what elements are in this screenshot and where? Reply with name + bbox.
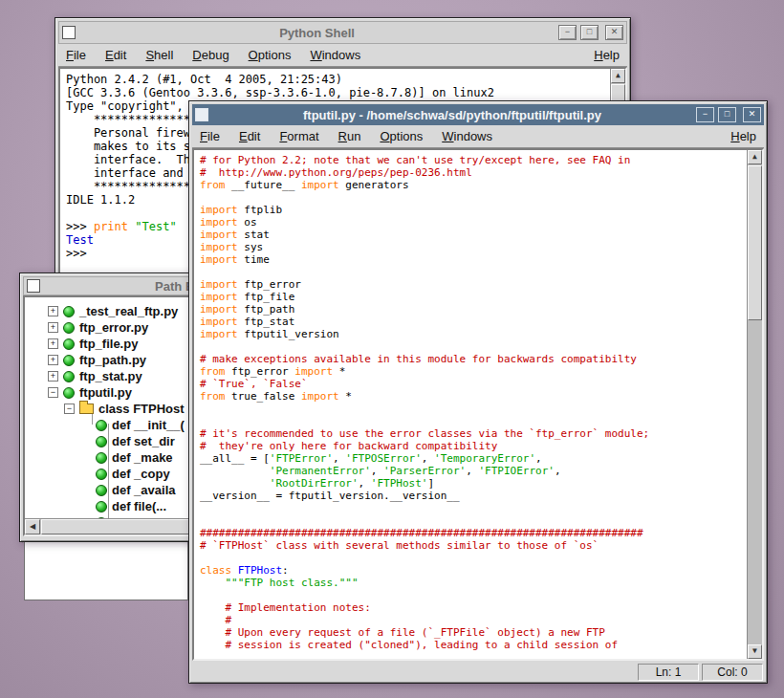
maximize-icon[interactable]: □ bbox=[580, 25, 599, 40]
text-line: """FTP host class.""" bbox=[200, 577, 748, 589]
text-line: # it's recommended to use the error clas… bbox=[200, 427, 748, 440]
tree-item-label: _test_real_ftp.py bbox=[79, 304, 178, 318]
menu-options[interactable]: Options bbox=[249, 48, 292, 62]
menu-run[interactable]: Run bbox=[338, 129, 361, 143]
text-line: from true_false import * bbox=[200, 390, 748, 403]
text-line: 'PermanentError', 'ParserError', 'FTPIOE… bbox=[200, 465, 748, 477]
menu-windows[interactable]: Windows bbox=[310, 48, 360, 62]
shell-window-title: Python Shell bbox=[79, 26, 555, 40]
python-file-icon bbox=[63, 306, 75, 317]
tree-item-label: def __init__( bbox=[112, 418, 185, 432]
menu-shell[interactable]: Shell bbox=[145, 48, 173, 62]
text-line: import ftp_path bbox=[200, 303, 748, 316]
expand-icon[interactable]: + bbox=[48, 371, 58, 382]
text-line bbox=[200, 514, 748, 527]
window-icon bbox=[27, 279, 40, 293]
text-line: __version__ = ftputil_version.__version_… bbox=[200, 490, 748, 502]
menu-edit[interactable]: Edit bbox=[239, 129, 260, 143]
text-line bbox=[200, 403, 748, 415]
tree-item-label: def file(... bbox=[112, 499, 166, 513]
text-line: # bbox=[200, 614, 748, 626]
text-line: import ftputil_version bbox=[200, 328, 748, 340]
tree-item-label: ftp_path.py bbox=[79, 353, 146, 367]
text-line: # `FTPHost` class with several methods s… bbox=[200, 539, 748, 552]
window-icon bbox=[195, 108, 208, 121]
shell-menubar: FileEditShellDebugOptionsWindowsHelp bbox=[58, 44, 627, 67]
menu-options[interactable]: Options bbox=[380, 129, 423, 143]
text-line: Python 2.4.2 (#1, Oct 4 2005, 21:25:43) bbox=[66, 73, 611, 86]
close-icon[interactable]: ✕ bbox=[605, 25, 623, 40]
editor-window: ftputil.py - /home/schwa/sd/python/ftput… bbox=[188, 100, 768, 684]
menu-edit[interactable]: Edit bbox=[105, 48, 126, 62]
text-line: ########################################… bbox=[200, 527, 748, 539]
tree-item-label: ftp_stat.py bbox=[79, 369, 142, 383]
menu-help[interactable]: Help bbox=[594, 48, 620, 62]
editor-text-area[interactable]: # for Python 2.2; note that we can't use… bbox=[192, 148, 764, 661]
python-file-icon bbox=[96, 501, 107, 513]
status-column-indicator: Col: 0 bbox=[702, 664, 763, 681]
text-line: # `True`, `False` bbox=[200, 378, 748, 390]
collapse-icon[interactable]: − bbox=[64, 404, 75, 414]
collapse-icon[interactable]: − bbox=[48, 387, 58, 398]
python-file-icon bbox=[96, 436, 107, 447]
python-file-icon bbox=[63, 355, 75, 366]
text-line bbox=[200, 191, 748, 204]
text-line: import time bbox=[200, 253, 748, 266]
text-line: # Implementation notes: bbox=[200, 601, 748, 614]
tree-item-label: ftputil.py bbox=[79, 385, 132, 400]
expand-icon[interactable]: + bbox=[48, 355, 58, 365]
python-file-icon bbox=[63, 322, 75, 334]
minimize-icon[interactable]: − bbox=[558, 25, 577, 40]
text-line bbox=[200, 340, 748, 353]
python-file-icon bbox=[63, 371, 75, 382]
text-line: # http://www.python.org/peps/pep-0236.ht… bbox=[200, 166, 748, 179]
text-line: import ftp_stat bbox=[200, 316, 748, 328]
scrollbar-thumb[interactable] bbox=[748, 165, 762, 320]
editor-titlebar[interactable]: ftputil.py - /home/schwa/sd/python/ftput… bbox=[192, 104, 764, 125]
menu-file[interactable]: File bbox=[66, 48, 86, 62]
python-file-icon bbox=[96, 485, 107, 496]
text-line: import ftp_error bbox=[200, 278, 748, 291]
text-line bbox=[200, 415, 748, 427]
window-icon bbox=[62, 26, 76, 39]
menu-debug[interactable]: Debug bbox=[192, 48, 229, 62]
text-line: [GCC 3.3.6 (Gentoo 3.3.6, ssp-3.3.6-1.0,… bbox=[66, 86, 611, 99]
text-line: # they're only here for backward compati… bbox=[200, 440, 748, 452]
tree-item-label: ftp_error.py bbox=[79, 320, 148, 335]
maximize-icon[interactable]: □ bbox=[718, 107, 736, 122]
tree-item-label: def set_dir bbox=[112, 434, 175, 448]
tree-item-label: def _availa bbox=[112, 483, 176, 497]
text-line: # session is created ("cloned"), leading… bbox=[200, 639, 748, 651]
scroll-up-icon[interactable]: ▲ bbox=[748, 150, 762, 164]
tree-item-label: ftp_file.py bbox=[79, 337, 138, 351]
editor-menubar: FileEditFormatRunOptionsWindowsHelp bbox=[192, 125, 764, 148]
editor-code: # for Python 2.2; note that we can't use… bbox=[194, 150, 748, 659]
minimize-icon[interactable]: − bbox=[696, 107, 714, 122]
text-line: from __future__ import generators bbox=[200, 179, 748, 191]
menu-windows[interactable]: Windows bbox=[442, 129, 492, 143]
shell-titlebar[interactable]: Python Shell − □ ✕ bbox=[58, 21, 627, 44]
tree-connector bbox=[108, 424, 109, 519]
status-line-indicator: Ln: 1 bbox=[638, 664, 699, 681]
editor-window-title: ftputil.py - /home/schwa/sd/python/ftput… bbox=[212, 108, 692, 122]
tree-item-label: def _copy bbox=[112, 467, 170, 481]
text-line: class FTPHost: bbox=[200, 564, 748, 577]
expand-icon[interactable]: + bbox=[48, 322, 58, 333]
menu-file[interactable]: File bbox=[200, 129, 220, 143]
scroll-left-icon[interactable]: ◀ bbox=[25, 519, 40, 534]
text-line: 'RootDirError', 'FTPHost'] bbox=[200, 477, 748, 490]
text-line bbox=[200, 502, 748, 514]
expand-icon[interactable]: + bbox=[48, 338, 58, 349]
editor-vertical-scrollbar[interactable]: ▲ ▼ bbox=[747, 150, 762, 659]
close-icon[interactable]: ✕ bbox=[743, 107, 761, 122]
text-line: import os bbox=[200, 216, 748, 229]
menu-help[interactable]: Help bbox=[730, 129, 756, 143]
menu-format[interactable]: Format bbox=[279, 129, 318, 143]
expand-icon[interactable]: + bbox=[48, 306, 58, 316]
tree-item-label: class FTPHost bbox=[98, 402, 185, 416]
python-file-icon bbox=[63, 338, 75, 350]
scroll-down-icon[interactable]: ▼ bbox=[748, 644, 762, 659]
text-line: # Upon every request of a file (`_FTPFil… bbox=[200, 626, 748, 639]
scroll-up-icon[interactable]: ▲ bbox=[611, 69, 625, 83]
tree-item-label: def _make bbox=[112, 450, 173, 465]
